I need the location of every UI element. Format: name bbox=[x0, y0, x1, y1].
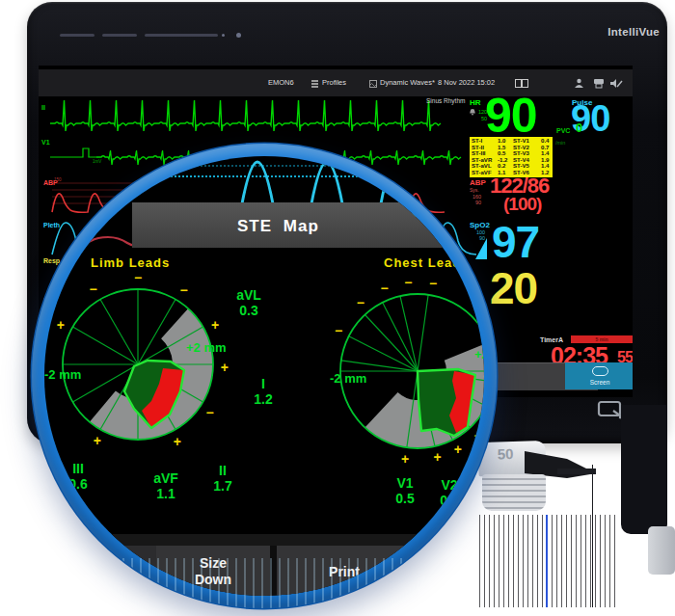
softkey-gap bbox=[44, 534, 484, 546]
chest-neg-scale-label: -2 mm bbox=[330, 371, 366, 386]
svg-text:−: − bbox=[134, 270, 142, 285]
svg-text:−: − bbox=[357, 295, 364, 310]
bezel-vent-dash bbox=[60, 34, 94, 37]
product-photo-stage: IntelliVue EMON6 Profiles Dynamic Waves*… bbox=[0, 0, 675, 616]
spo2-label[interactable]: SpO2 bbox=[470, 222, 490, 229]
svg-text:+: + bbox=[94, 433, 101, 448]
svg-text:+: + bbox=[401, 451, 409, 467]
hr-value[interactable]: 90 bbox=[485, 92, 537, 140]
svg-text:−: − bbox=[429, 276, 437, 291]
lead-label-avl: aVL0.3 bbox=[224, 287, 274, 318]
chest-pos-scale-label: +2 mm bbox=[474, 347, 484, 362]
abp-mean: (100) bbox=[503, 195, 541, 213]
pvc-label[interactable]: PVC bbox=[556, 127, 570, 134]
abp-scale-label: 150 bbox=[54, 178, 62, 183]
svg-text:+: + bbox=[434, 449, 442, 465]
mount-arm bbox=[621, 405, 667, 534]
rhythm-status: Sinus Rhythm bbox=[426, 98, 465, 105]
bezel-vent-dash bbox=[102, 34, 137, 37]
lead-label-v2: V20.8 bbox=[428, 477, 471, 508]
perfusion-indicator bbox=[475, 238, 487, 259]
softkey-divider bbox=[412, 546, 418, 596]
resp-value[interactable]: 20 bbox=[490, 266, 537, 310]
lead-label-ii: II1.7 bbox=[201, 463, 245, 494]
svg-text:−: − bbox=[180, 282, 188, 298]
wave-label-ecg-ii[interactable]: II bbox=[41, 104, 45, 111]
hr-label[interactable]: HR bbox=[470, 99, 481, 107]
ste-map-title: STE Map bbox=[237, 217, 319, 236]
bezel-led bbox=[222, 34, 225, 37]
bezel-light-sensor bbox=[236, 33, 241, 38]
magnifier-circle: STE Map Limb Leads Chest Leads −−−−+++++… bbox=[32, 144, 497, 608]
limb-st-polar-chart: −−−−+++++ bbox=[44, 251, 252, 482]
render-artifact-blue-line bbox=[546, 515, 548, 607]
lead-label-iii: III0.6 bbox=[56, 461, 100, 492]
module-label: 50 bbox=[498, 445, 514, 463]
pvc-value[interactable]: 0 bbox=[576, 121, 582, 134]
limb-neg-scale-label: -2 mm bbox=[44, 367, 81, 382]
abp-label[interactable]: ABP bbox=[470, 179, 486, 187]
st-values-table[interactable]: ST-I1.0ST-V10.4ST-II1.5ST-V20.7ST-III0.5… bbox=[470, 137, 553, 177]
module-connector bbox=[482, 474, 546, 511]
glass-reflection-streaks bbox=[88, 558, 441, 608]
render-artifact-edge-line bbox=[592, 465, 593, 607]
svg-text:+: + bbox=[174, 434, 181, 449]
render-artifact-lines bbox=[479, 515, 618, 607]
alarm-bell-icon bbox=[469, 108, 476, 116]
svg-text:+: + bbox=[57, 317, 65, 333]
abp-sys-label: Sys. bbox=[470, 188, 479, 194]
screen-key-label: Screen bbox=[565, 379, 633, 386]
svg-text:−: − bbox=[335, 323, 342, 338]
spo2-value[interactable]: 97 bbox=[492, 220, 539, 264]
limb-pos-scale-label: +2 mm bbox=[186, 340, 227, 355]
svg-text:+: + bbox=[454, 442, 462, 457]
lead-label-avf: aVF1.1 bbox=[143, 470, 189, 501]
screen-key-icon bbox=[592, 366, 608, 376]
magnifier-content: STE Map Limb Leads Chest Leads −−−−+++++… bbox=[44, 156, 484, 596]
wave-label-pleth[interactable]: Pleth bbox=[43, 222, 60, 228]
brand-logo: IntelliVue bbox=[563, 26, 660, 38]
abp-limit-low: 90 bbox=[475, 200, 481, 205]
svg-text:−: − bbox=[380, 281, 388, 296]
wave-label-ecg-v1[interactable]: V1 bbox=[41, 139, 50, 146]
svg-text:−: − bbox=[404, 275, 412, 290]
svg-text:−: − bbox=[206, 405, 214, 420]
svg-text:+: + bbox=[474, 428, 482, 443]
svg-text:+: + bbox=[221, 360, 229, 375]
bezel-vent-dash bbox=[145, 34, 218, 37]
svg-text:−: − bbox=[90, 281, 97, 297]
svg-text:+: + bbox=[211, 317, 219, 333]
ste-map-title-bar[interactable]: STE Map bbox=[132, 202, 466, 248]
cal-label: 1mV bbox=[93, 160, 101, 165]
screen-key-button[interactable]: Screen bbox=[565, 362, 633, 389]
pvc-unit: /min bbox=[555, 141, 565, 147]
lead-label-i: I1.2 bbox=[241, 376, 285, 407]
lead-label-v1: V10.5 bbox=[384, 475, 426, 506]
wave-label-resp[interactable]: Resp bbox=[43, 257, 60, 264]
mount-knob bbox=[648, 526, 675, 575]
